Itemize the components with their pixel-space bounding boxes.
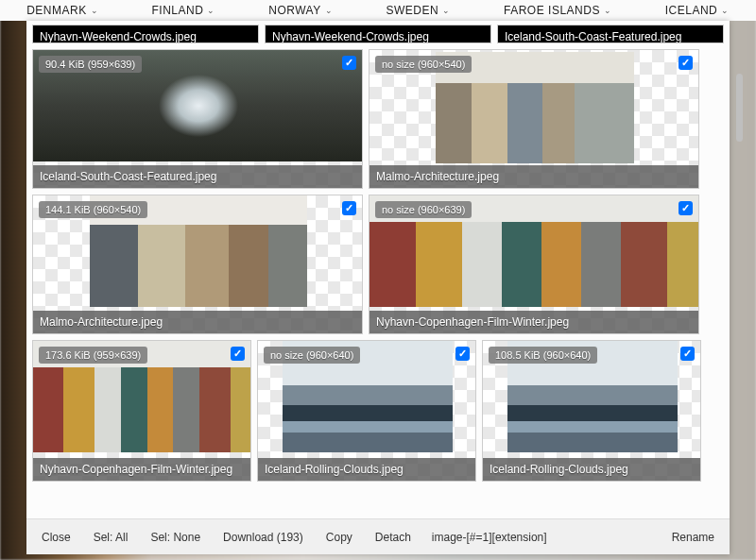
- nav-item-denmark[interactable]: DENMARK⌄: [26, 4, 98, 17]
- nav-item-finland[interactable]: FINLAND⌄: [152, 4, 215, 17]
- image-grid: Nyhavn-Weekend-Crowds.jpegNyhavn-Weekend…: [26, 21, 730, 518]
- nav-item-faroe[interactable]: FAROE ISLANDS⌄: [504, 4, 611, 17]
- size-badge: no size (960×640): [264, 347, 360, 364]
- filename-label: Nyhavn-Weekend-Crowds.jpeg: [33, 25, 258, 42]
- filename-label: Iceland-South-Coast-Featured.jpeg: [33, 165, 362, 188]
- image-card[interactable]: no size (960×640)Iceland-Rolling-Clouds.…: [257, 340, 476, 482]
- nav-label: FINLAND: [152, 4, 204, 17]
- checkbox-icon[interactable]: [455, 347, 470, 361]
- size-badge: no size (960×639): [375, 201, 472, 218]
- nav-label: NORWAY: [268, 4, 320, 17]
- image-card[interactable]: no size (960×540)Malmo-Architecture.jpeg: [369, 49, 699, 189]
- image-card[interactable]: Iceland-South-Coast-Featured.jpeg: [497, 25, 724, 43]
- checkbox-icon[interactable]: [342, 201, 356, 215]
- image-card[interactable]: 108.5 KiB (960×640)Iceland-Rolling-Cloud…: [482, 340, 701, 482]
- image-card[interactable]: Nyhavn-Weekend-Crowds.jpeg: [32, 25, 259, 43]
- rename-button[interactable]: Rename: [662, 525, 724, 550]
- close-button[interactable]: Close: [32, 525, 80, 550]
- size-badge: 90.4 KiB (959×639): [39, 56, 142, 73]
- nav-label: ICELAND: [665, 4, 718, 17]
- filename-label: Nyhavn-Weekend-Crowds.jpeg: [266, 25, 490, 42]
- size-badge: 173.6 KiB (959×639): [39, 347, 147, 364]
- detach-button[interactable]: Detach: [366, 525, 421, 550]
- checkbox-icon[interactable]: [679, 56, 693, 70]
- checkbox-icon[interactable]: [679, 201, 693, 215]
- nav-label: DENMARK: [26, 4, 87, 17]
- chevron-down-icon: ⌄: [325, 6, 334, 15]
- filename-label: Iceland-South-Coast-Featured.jpeg: [498, 25, 723, 42]
- scrollbar-thumb[interactable]: [736, 74, 743, 142]
- size-badge: no size (960×540): [375, 56, 472, 73]
- select-none-button[interactable]: Sel: None: [141, 525, 210, 550]
- filename-label: Nyhavn-Copenhagen-Film-Winter.jpeg: [369, 311, 698, 333]
- grid-row: 173.6 KiB (959×639)Nyhavn-Copenhagen-Fil…: [32, 340, 724, 482]
- image-card[interactable]: 173.6 KiB (959×639)Nyhavn-Copenhagen-Fil…: [32, 340, 251, 482]
- image-card[interactable]: 144.1 KiB (960×540)Malmo-Architecture.jp…: [32, 195, 363, 334]
- filename-label: Iceland-Rolling-Clouds.jpeg: [483, 458, 700, 481]
- chevron-down-icon: ⌄: [207, 6, 215, 15]
- filename-label: Malmo-Architecture.jpeg: [369, 165, 698, 188]
- grid-row: 144.1 KiB (960×540)Malmo-Architecture.jp…: [32, 195, 724, 334]
- nav-item-sweden[interactable]: SWEDEN⌄: [387, 4, 451, 17]
- chevron-down-icon: ⌄: [721, 6, 730, 15]
- chevron-down-icon: ⌄: [442, 6, 451, 15]
- filename-template-input[interactable]: [424, 525, 659, 550]
- checkbox-icon[interactable]: [342, 56, 356, 70]
- size-badge: 144.1 KiB (960×540): [39, 201, 147, 218]
- grid-row: 90.4 KiB (959×639)Iceland-South-Coast-Fe…: [32, 49, 724, 189]
- copy-button[interactable]: Copy: [317, 525, 362, 550]
- checkbox-icon[interactable]: [231, 347, 245, 361]
- image-card[interactable]: 90.4 KiB (959×639)Iceland-South-Coast-Fe…: [32, 49, 363, 189]
- chevron-down-icon: ⌄: [604, 6, 612, 15]
- filename-label: Nyhavn-Copenhagen-Film-Winter.jpeg: [33, 458, 250, 481]
- grid-row-header: Nyhavn-Weekend-Crowds.jpegNyhavn-Weekend…: [32, 25, 724, 43]
- filename-label: Iceland-Rolling-Clouds.jpeg: [258, 458, 475, 481]
- image-card[interactable]: no size (960×639)Nyhavn-Copenhagen-Film-…: [369, 195, 699, 334]
- image-card[interactable]: Nyhavn-Weekend-Crowds.jpeg: [265, 25, 491, 43]
- size-badge: 108.5 KiB (960×640): [489, 347, 597, 364]
- nav-item-iceland[interactable]: ICELAND⌄: [665, 4, 730, 17]
- nav-item-norway[interactable]: NORWAY⌄: [268, 4, 333, 17]
- chevron-down-icon: ⌄: [91, 6, 99, 15]
- checkbox-icon[interactable]: [680, 347, 695, 361]
- image-downloader-panel: Nyhavn-Weekend-Crowds.jpegNyhavn-Weekend…: [26, 21, 730, 554]
- download-button[interactable]: Download (193): [214, 525, 313, 550]
- select-all-button[interactable]: Sel: All: [84, 525, 138, 550]
- toolbar: Close Sel: All Sel: None Download (193) …: [26, 518, 730, 554]
- filename-label: Malmo-Architecture.jpeg: [33, 311, 362, 333]
- nav-label: FAROE ISLANDS: [504, 4, 600, 17]
- nav-label: SWEDEN: [387, 4, 439, 17]
- site-top-nav: DENMARK⌄ FINLAND⌄ NORWAY⌄ SWEDEN⌄ FAROE …: [0, 0, 756, 21]
